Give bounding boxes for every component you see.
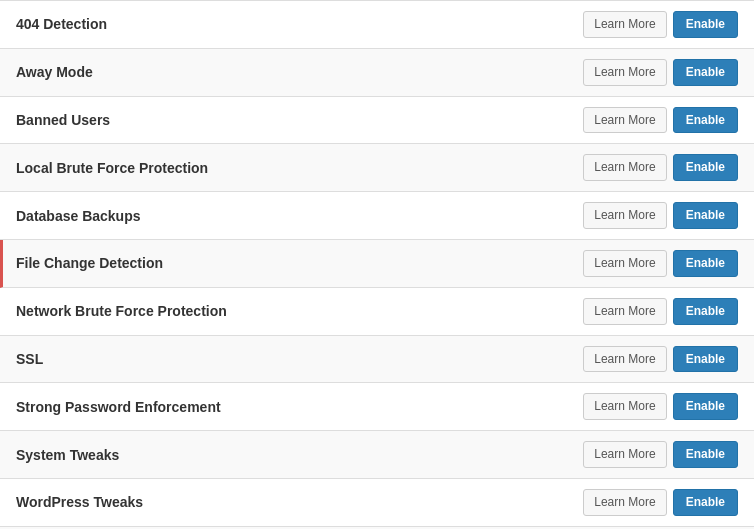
learn-more-button-banned-users[interactable]: Learn More xyxy=(583,107,666,134)
feature-actions-strong-password: Learn MoreEnable xyxy=(583,393,738,420)
feature-list: 404 DetectionLearn MoreEnableAway ModeLe… xyxy=(0,0,754,529)
feature-row-away-mode: Away ModeLearn MoreEnable xyxy=(0,49,754,97)
feature-name-strong-password: Strong Password Enforcement xyxy=(16,399,583,415)
feature-actions-ssl: Learn MoreEnable xyxy=(583,346,738,373)
learn-more-button-file-change-detection[interactable]: Learn More xyxy=(583,250,666,277)
feature-row-network-brute-force: Network Brute Force ProtectionLearn More… xyxy=(0,288,754,336)
feature-row-banned-users: Banned UsersLearn MoreEnable xyxy=(0,97,754,145)
learn-more-button-away-mode[interactable]: Learn More xyxy=(583,59,666,86)
feature-actions-away-mode: Learn MoreEnable xyxy=(583,59,738,86)
enable-button-database-backups[interactable]: Enable xyxy=(673,202,738,229)
feature-actions-404-detection: Learn MoreEnable xyxy=(583,11,738,38)
feature-row-404-detection: 404 DetectionLearn MoreEnable xyxy=(0,1,754,49)
feature-row-local-brute-force: Local Brute Force ProtectionLearn MoreEn… xyxy=(0,144,754,192)
enable-button-wordpress-tweaks[interactable]: Enable xyxy=(673,489,738,516)
feature-name-away-mode: Away Mode xyxy=(16,64,583,80)
learn-more-button-local-brute-force[interactable]: Learn More xyxy=(583,154,666,181)
feature-name-wordpress-tweaks: WordPress Tweaks xyxy=(16,494,583,510)
enable-button-ssl[interactable]: Enable xyxy=(673,346,738,373)
enable-button-404-detection[interactable]: Enable xyxy=(673,11,738,38)
feature-row-ssl: SSLLearn MoreEnable xyxy=(0,336,754,384)
feature-row-database-backups: Database BackupsLearn MoreEnable xyxy=(0,192,754,240)
enable-button-strong-password[interactable]: Enable xyxy=(673,393,738,420)
feature-actions-system-tweaks: Learn MoreEnable xyxy=(583,441,738,468)
feature-name-ssl: SSL xyxy=(16,351,583,367)
feature-name-database-backups: Database Backups xyxy=(16,208,583,224)
feature-row-system-tweaks: System TweaksLearn MoreEnable xyxy=(0,431,754,479)
feature-row-wordpress-tweaks: WordPress TweaksLearn MoreEnable xyxy=(0,479,754,527)
feature-name-file-change-detection: File Change Detection xyxy=(16,255,583,271)
feature-actions-file-change-detection: Learn MoreEnable xyxy=(583,250,738,277)
feature-name-404-detection: 404 Detection xyxy=(16,16,583,32)
enable-button-network-brute-force[interactable]: Enable xyxy=(673,298,738,325)
enable-button-away-mode[interactable]: Enable xyxy=(673,59,738,86)
feature-name-system-tweaks: System Tweaks xyxy=(16,447,583,463)
learn-more-button-404-detection[interactable]: Learn More xyxy=(583,11,666,38)
learn-more-button-ssl[interactable]: Learn More xyxy=(583,346,666,373)
feature-actions-banned-users: Learn MoreEnable xyxy=(583,107,738,134)
enable-button-local-brute-force[interactable]: Enable xyxy=(673,154,738,181)
learn-more-button-wordpress-tweaks[interactable]: Learn More xyxy=(583,489,666,516)
learn-more-button-strong-password[interactable]: Learn More xyxy=(583,393,666,420)
feature-actions-network-brute-force: Learn MoreEnable xyxy=(583,298,738,325)
feature-name-network-brute-force: Network Brute Force Protection xyxy=(16,303,583,319)
feature-actions-wordpress-tweaks: Learn MoreEnable xyxy=(583,489,738,516)
feature-name-banned-users: Banned Users xyxy=(16,112,583,128)
enable-button-system-tweaks[interactable]: Enable xyxy=(673,441,738,468)
enable-button-file-change-detection[interactable]: Enable xyxy=(673,250,738,277)
enable-button-banned-users[interactable]: Enable xyxy=(673,107,738,134)
feature-row-file-change-detection: File Change DetectionLearn MoreEnable xyxy=(0,240,754,288)
learn-more-button-database-backups[interactable]: Learn More xyxy=(583,202,666,229)
feature-name-local-brute-force: Local Brute Force Protection xyxy=(16,160,583,176)
learn-more-button-system-tweaks[interactable]: Learn More xyxy=(583,441,666,468)
feature-row-strong-password: Strong Password EnforcementLearn MoreEna… xyxy=(0,383,754,431)
learn-more-button-network-brute-force[interactable]: Learn More xyxy=(583,298,666,325)
feature-actions-local-brute-force: Learn MoreEnable xyxy=(583,154,738,181)
feature-actions-database-backups: Learn MoreEnable xyxy=(583,202,738,229)
